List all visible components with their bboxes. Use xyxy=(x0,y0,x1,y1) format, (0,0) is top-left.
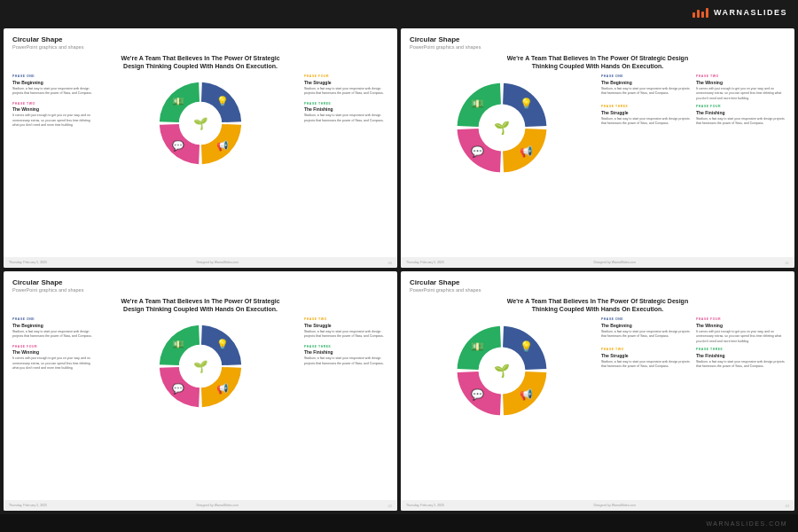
footer-date: Thursday, February 5, 2025 xyxy=(9,261,47,264)
phase-label: PHASE ONE xyxy=(12,317,97,322)
slide-content: PHASE ONE The Beginning Stadium, a fast … xyxy=(12,74,388,254)
phase-text: Stadium, a fast way to start your respon… xyxy=(304,87,388,97)
phase-name: The Struggle xyxy=(601,353,691,359)
svg-text:💬: 💬 xyxy=(172,139,184,152)
donut-chart: 💡📢💬💵🌱 xyxy=(410,74,594,181)
footer-page-num: 43 xyxy=(786,504,789,508)
phase-name: The Beginning xyxy=(601,323,691,329)
slide-headline: We're A Team That Believes In The Power … xyxy=(410,54,786,72)
phase-name: The Finishing xyxy=(304,349,388,356)
slide-content: PHASE ONE The Beginning Stadium, a fast … xyxy=(12,317,388,497)
slide-1: Circular Shape PowerPoint graphics and s… xyxy=(4,28,397,268)
phase-name: The Winning xyxy=(696,80,786,86)
phase-name: The Struggle xyxy=(601,110,691,116)
phase-block: PHASE TWO The Struggle Stadium, a fast w… xyxy=(304,317,388,339)
phase-name: The Struggle xyxy=(304,80,388,86)
phase-label: PHASE THREE xyxy=(304,102,388,106)
phase-label: PHASE ONE xyxy=(12,74,97,79)
phase-text: Stadium, a fast way to start your respon… xyxy=(601,117,691,127)
bottom-bar: WARNASLIDES.COM xyxy=(0,514,798,532)
logo-icon xyxy=(692,8,708,18)
footer-watermark: Designed by WarnaSlides.com xyxy=(593,261,636,264)
phase-block: PHASE ONE The Beginning Stadium, a fast … xyxy=(12,74,97,96)
slide-footer: Thursday, February 5, 2025 Designed by W… xyxy=(401,500,794,511)
donut-chart: 💡📢💬💵🌱 xyxy=(100,74,301,172)
phase-block: PHASE THREE The Finishing Stadium, a fas… xyxy=(696,348,786,369)
phase-name: The Finishing xyxy=(696,110,786,116)
footer-watermark: Designed by WarnaSlides.com xyxy=(593,504,636,507)
svg-text:🌱: 🌱 xyxy=(494,120,510,136)
phase-block: PHASE ONE The Beginning Stadium, a fast … xyxy=(601,74,691,101)
phase-label: PHASE TWO xyxy=(601,348,691,352)
phase-block: PHASE FOUR The Finishing Stadium, a fast… xyxy=(696,105,786,126)
phase-text: Stadium, a fast way to start your respon… xyxy=(12,330,97,340)
slide-subtitle: PowerPoint graphics and shapes xyxy=(410,44,786,50)
phase-label: PHASE FOUR xyxy=(304,74,388,79)
slide-content: 💡📢💬💵🌱 PHASE ONE The Beginning Stadium, a… xyxy=(410,317,786,497)
phase-text: Stadium, a fast way to start your respon… xyxy=(601,87,691,97)
phase-text: Stadium, a fast way to start your respon… xyxy=(304,356,388,366)
phase-label: PHASE THREE xyxy=(601,105,691,109)
phase-text: Stadium, a fast way to start your respon… xyxy=(304,330,388,340)
svg-text:💵: 💵 xyxy=(172,338,184,350)
left-text-col: PHASE ONE The Beginning Stadium, a fast … xyxy=(12,317,97,371)
phase-label: PHASE FOUR xyxy=(696,317,786,322)
slide-headline: We're A Team That Believes In The Power … xyxy=(12,54,388,72)
top-bar: WARNASLIDES xyxy=(0,0,798,25)
phase-label: PHASE ONE xyxy=(601,317,691,322)
phase-text: It comes with just enough to get you on … xyxy=(12,113,97,128)
phase-label: PHASE TWO xyxy=(696,74,786,79)
phase-name: The Beginning xyxy=(12,80,97,86)
phase-block: PHASE ONE The Beginning Stadium, a fast … xyxy=(601,317,691,344)
svg-text:📢: 📢 xyxy=(216,139,229,152)
phase-label: PHASE THREE xyxy=(304,345,388,349)
phase-text: It comes with just enough to get you on … xyxy=(696,87,786,101)
svg-text:💵: 💵 xyxy=(471,97,484,110)
bottom-brand: WARNASLIDES.COM xyxy=(707,520,787,527)
phase-block: PHASE THREE The Finishing Stadium, a fas… xyxy=(304,102,388,123)
svg-text:💬: 💬 xyxy=(471,145,484,158)
right-text-col: PHASE TWO The Struggle Stadium, a fast w… xyxy=(304,317,388,366)
phase-block: PHASE TWO The Winning It comes with just… xyxy=(696,74,786,101)
footer-watermark: Designed by WarnaSlides.com xyxy=(196,504,239,507)
phase-block: PHASE TWO The Struggle Stadium, a fast w… xyxy=(601,348,691,369)
phase-block: PHASE THREE The Struggle Stadium, a fast… xyxy=(601,105,691,126)
svg-text:🌱: 🌱 xyxy=(494,363,510,379)
svg-text:💡: 💡 xyxy=(216,338,229,350)
slide-title: Circular Shape xyxy=(410,35,786,44)
phase-name: The Winning xyxy=(12,106,97,113)
left-text-col: PHASE ONE The Beginning Stadium, a fast … xyxy=(12,74,97,128)
slide-4: Circular Shape PowerPoint graphics and s… xyxy=(401,271,794,511)
phase-label: PHASE TWO xyxy=(12,102,97,106)
phase-label: PHASE THREE xyxy=(696,348,786,352)
slide-title: Circular Shape xyxy=(12,278,388,287)
phase-text: Stadium, a fast way to start your respon… xyxy=(304,113,388,123)
footer-watermark: Designed by WarnaSlides.com xyxy=(196,261,239,264)
phase-name: The Winning xyxy=(696,323,786,329)
slide-subtitle: PowerPoint graphics and shapes xyxy=(12,44,388,50)
phase-block: PHASE FOUR The Struggle Stadium, a fast … xyxy=(304,74,388,96)
slide-subtitle: PowerPoint graphics and shapes xyxy=(410,287,786,293)
footer-date: Thursday, February 5, 2025 xyxy=(406,504,444,507)
phase-text: Stadium, a fast way to start your respon… xyxy=(601,360,691,370)
svg-text:💬: 💬 xyxy=(172,382,184,395)
phase-block: PHASE ONE The Beginning Stadium, a fast … xyxy=(12,317,97,339)
footer-page-num: 41 xyxy=(786,261,789,265)
phase-text: It comes with just enough to get you on … xyxy=(696,330,786,344)
slide-headline: We're A Team That Believes In The Power … xyxy=(410,297,786,315)
right-text-col: PHASE FOUR The Struggle Stadium, a fast … xyxy=(304,74,388,123)
svg-text:🌱: 🌱 xyxy=(193,359,208,374)
phase-text: Stadium, a fast way to start your respon… xyxy=(696,117,786,127)
slide-title: Circular Shape xyxy=(410,278,786,287)
phase-name: The Struggle xyxy=(304,323,388,329)
svg-text:📢: 📢 xyxy=(520,145,533,158)
slide-footer: Thursday, February 5, 2025 Designed by W… xyxy=(4,500,397,511)
footer-page-num: 40 xyxy=(388,261,392,265)
phase-name: The Finishing xyxy=(696,353,786,359)
phase-name: The Winning xyxy=(12,349,97,356)
svg-text:📢: 📢 xyxy=(520,387,533,401)
phase-block: PHASE FOUR The Winning It comes with jus… xyxy=(696,317,786,344)
phase-label: PHASE ONE xyxy=(601,74,691,79)
footer-date: Thursday, February 5, 2025 xyxy=(406,261,444,264)
phase-block: PHASE FOUR The Winning It comes with jus… xyxy=(12,345,97,372)
